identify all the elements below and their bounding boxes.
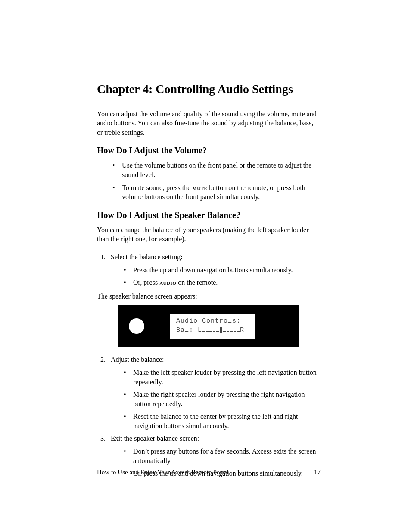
key-label-mute: mute — [192, 184, 207, 191]
step-item: Select the balance setting: Press the up… — [107, 252, 321, 287]
key-label-audio: audio — [159, 279, 176, 286]
lcd-screen: Audio Controls: Bal: LR — [170, 314, 255, 339]
balance-tick-icon — [206, 331, 209, 332]
balance-tick-icon — [202, 331, 205, 332]
footer-title: How to Use and Enjoy Your Axcess Remote … — [97, 469, 228, 476]
lcd-line-1: Audio Controls: — [176, 317, 249, 326]
balance-steps-list: Select the balance setting: Press the up… — [97, 252, 321, 287]
balance-tick-icon — [209, 331, 212, 332]
balance-steps-list-cont: Adjust the balance: Make the left speake… — [97, 355, 321, 478]
balance-intro-paragraph: You can change the balance of your speak… — [97, 225, 321, 244]
list-item: Don’t press any buttons for a few second… — [133, 447, 321, 465]
screen-caption: The speaker balance screen appears: — [97, 292, 321, 301]
balance-tick-icon — [213, 331, 215, 332]
list-item: Or, press audio on the remote. — [133, 278, 321, 287]
page-number: 17 — [314, 469, 321, 476]
lcd-bal-prefix: Bal: L — [176, 327, 202, 334]
text-fragment: on the remote. — [176, 279, 218, 286]
step-item: Adjust the balance: Make the left speake… — [107, 355, 321, 430]
sub-bullet-list: Make the left speaker louder by pressing… — [111, 368, 321, 431]
document-page: Chapter 4: Controlling Audio Settings Yo… — [0, 0, 411, 532]
balance-tick-icon — [227, 331, 229, 332]
balance-tick-icon — [234, 331, 236, 332]
step-text: Adjust the balance: — [111, 356, 164, 363]
lcd-bal-suffix: R — [240, 327, 244, 334]
volume-bullet-list: Use the volume buttons on the front pane… — [97, 161, 321, 201]
list-item: Make the left speaker louder by pressing… — [133, 368, 321, 386]
balance-tick-icon — [230, 331, 233, 332]
list-item: Use the volume buttons on the front pane… — [122, 161, 321, 179]
list-item: Reset the balance to the center by press… — [133, 412, 321, 430]
list-item: To mute sound, press the mute button on … — [122, 183, 321, 202]
knob-icon — [129, 318, 144, 334]
section-heading-volume: How Do I Adjust the Volume? — [97, 146, 321, 156]
balance-tick-icon — [216, 331, 219, 332]
sub-bullet-list: Press the up and down navigation buttons… — [111, 265, 321, 287]
balance-marker-icon — [220, 327, 222, 333]
list-item: Press the up and down navigation buttons… — [133, 265, 321, 275]
lcd-panel-illustration: Audio Controls: Bal: LR — [118, 305, 299, 347]
text-fragment: To mute sound, press the — [122, 184, 192, 191]
balance-tick-icon — [237, 331, 240, 332]
step-text: Exit the speaker balance screen: — [111, 435, 199, 442]
lcd-line-2: Bal: LR — [176, 326, 249, 335]
section-heading-balance: How Do I Adjust the Speaker Balance? — [97, 210, 321, 220]
page-footer: How to Use and Enjoy Your Axcess Remote … — [97, 469, 321, 476]
step-text: Select the balance setting: — [111, 253, 183, 261]
balance-tick-icon — [223, 331, 226, 332]
text-fragment: Or, press — [133, 279, 159, 286]
intro-paragraph: You can adjust the volume and quality of… — [97, 109, 321, 137]
chapter-title: Chapter 4: Controlling Audio Settings — [97, 82, 321, 96]
list-item: Make the right speaker louder by pressin… — [133, 390, 321, 408]
